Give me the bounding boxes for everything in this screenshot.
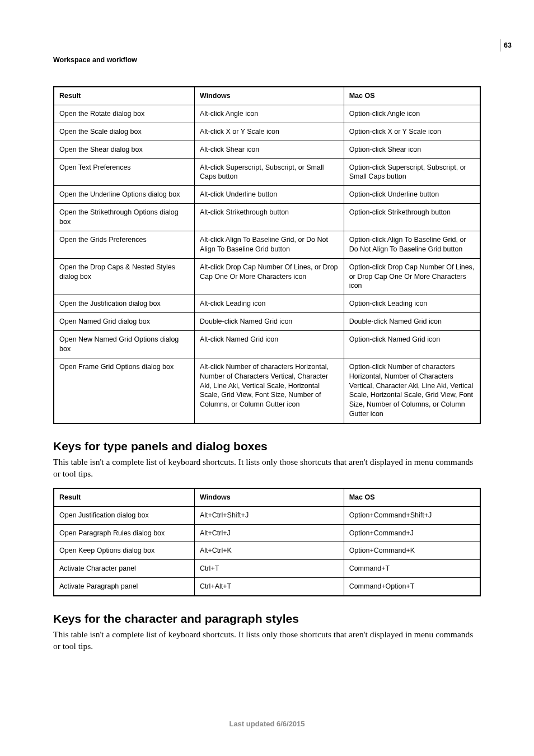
cell-windows: Alt-click Shear icon <box>194 141 344 158</box>
cell-macos: Option+Command+J <box>344 524 480 542</box>
table-row: Open Keep Options dialog box Alt+Ctrl+K … <box>54 542 480 560</box>
document-page: 63 Workspace and workflow Result Windows… <box>0 0 534 756</box>
cell-macos: Option-click Leading icon <box>344 295 480 313</box>
table-row: Open the Underline Options dialog box Al… <box>54 186 480 204</box>
heading-type-panels: Keys for type panels and dialog boxes <box>53 440 481 453</box>
page-number: 63 <box>504 41 512 49</box>
cell-macos: Option-click Strikethrough button <box>344 204 480 231</box>
cell-result: Open the Justification dialog box <box>54 295 194 313</box>
cell-windows: Alt-click Angle icon <box>194 105 344 123</box>
cell-windows: Alt+Ctrl+J <box>194 524 344 542</box>
cell-macos: Option-click Align To Baseline Grid, or … <box>344 231 480 258</box>
cell-macos: Option+Command+K <box>344 542 480 560</box>
table-row: Open the Grids Preferences Alt-click Ali… <box>54 231 480 258</box>
col-header-macos: Mac OS <box>344 87 480 105</box>
cell-result: Open Named Grid dialog box <box>54 313 194 331</box>
cell-windows: Alt-click Underline button <box>194 186 344 204</box>
cell-macos: Option-click Number of characters Horizo… <box>344 358 480 423</box>
cell-windows: Ctrl+Alt+T <box>194 578 344 596</box>
cell-result: Open Paragraph Rules dialog box <box>54 524 194 542</box>
cell-result: Open Frame Grid Options dialog box <box>54 358 194 423</box>
table-row: Open New Named Grid Options dialog box A… <box>54 331 480 358</box>
table-row: Open the Strikethrough Options dialog bo… <box>54 204 480 231</box>
cell-windows: Alt-click X or Y Scale icon <box>194 123 344 141</box>
cell-result: Open Text Preferences <box>54 158 194 186</box>
col-header-result: Result <box>54 87 194 105</box>
cell-windows: Alt-click Strikethrough button <box>194 204 344 231</box>
cell-windows: Ctrl+T <box>194 560 344 578</box>
table-row: Activate Paragraph panel Ctrl+Alt+T Comm… <box>54 578 480 596</box>
table-row: Open Paragraph Rules dialog box Alt+Ctrl… <box>54 524 480 542</box>
cell-result: Activate Paragraph panel <box>54 578 194 596</box>
table-header-row: Result Windows Mac OS <box>54 87 480 105</box>
table-row: Open Justification dialog box Alt+Ctrl+S… <box>54 506 480 524</box>
intro-char-para-styles: This table isn't a complete list of keyb… <box>53 629 481 652</box>
page-number-wrap: 63 <box>500 39 512 52</box>
col-header-macos: Mac OS <box>344 488 480 506</box>
cell-macos: Option-click Underline button <box>344 186 480 204</box>
page-number-tick <box>500 39 500 52</box>
table-row: Open the Rotate dialog box Alt-click Ang… <box>54 105 480 123</box>
cell-macos: Option-click Drop Cap Number Of Lines, o… <box>344 258 480 295</box>
cell-windows: Alt+Ctrl+Shift+J <box>194 506 344 524</box>
cell-result: Open Justification dialog box <box>54 506 194 524</box>
table-row: Open the Justification dialog box Alt-cl… <box>54 295 480 313</box>
shortcuts-table-2: Result Windows Mac OS Open Justification… <box>53 488 481 596</box>
cell-result: Open Keep Options dialog box <box>54 542 194 560</box>
cell-windows: Alt-click Align To Baseline Grid, or Do … <box>194 231 344 258</box>
cell-result: Open the Drop Caps & Nested Styles dialo… <box>54 258 194 295</box>
table-row: Open the Shear dialog box Alt-click Shea… <box>54 141 480 158</box>
table-row: Open the Drop Caps & Nested Styles dialo… <box>54 258 480 295</box>
col-header-windows: Windows <box>194 488 344 506</box>
heading-char-para-styles: Keys for the character and paragraph sty… <box>53 612 481 626</box>
cell-windows: Alt-click Drop Cap Number Of Lines, or D… <box>194 258 344 295</box>
table-row: Open the Scale dialog box Alt-click X or… <box>54 123 480 141</box>
shortcuts-table-1: Result Windows Mac OS Open the Rotate di… <box>53 86 481 424</box>
cell-macos: Option-click Named Grid icon <box>344 331 480 358</box>
cell-windows: Alt-click Named Grid icon <box>194 331 344 358</box>
cell-macos: Option-click Superscript, Subscript, or … <box>344 158 480 186</box>
cell-result: Open the Rotate dialog box <box>54 105 194 123</box>
cell-macos: Option+Command+Shift+J <box>344 506 480 524</box>
cell-result: Open the Strikethrough Options dialog bo… <box>54 204 194 231</box>
footer-last-updated: Last updated 6/6/2015 <box>0 720 534 728</box>
cell-result: Open the Shear dialog box <box>54 141 194 158</box>
table-row: Open Named Grid dialog box Double-click … <box>54 313 480 331</box>
cell-macos: Command+T <box>344 560 480 578</box>
col-header-windows: Windows <box>194 87 344 105</box>
cell-macos: Double-click Named Grid icon <box>344 313 480 331</box>
table-row: Activate Character panel Ctrl+T Command+… <box>54 560 480 578</box>
cell-result: Open the Scale dialog box <box>54 123 194 141</box>
col-header-result: Result <box>54 488 194 506</box>
table-header-row: Result Windows Mac OS <box>54 488 480 506</box>
cell-macos: Option-click X or Y Scale icon <box>344 123 480 141</box>
cell-windows: Alt-click Leading icon <box>194 295 344 313</box>
cell-macos: Option-click Angle icon <box>344 105 480 123</box>
cell-windows: Alt-click Number of characters Horizonta… <box>194 358 344 423</box>
intro-type-panels: This table isn't a complete list of keyb… <box>53 456 481 480</box>
cell-macos: Command+Option+T <box>344 578 480 596</box>
cell-windows: Alt-click Superscript, Subscript, or Sma… <box>194 158 344 186</box>
table-row: Open Frame Grid Options dialog box Alt-c… <box>54 358 480 423</box>
section-title: Workspace and workflow <box>53 56 481 64</box>
cell-result: Activate Character panel <box>54 560 194 578</box>
cell-result: Open the Underline Options dialog box <box>54 186 194 204</box>
cell-result: Open the Grids Preferences <box>54 231 194 258</box>
cell-windows: Double-click Named Grid icon <box>194 313 344 331</box>
cell-result: Open New Named Grid Options dialog box <box>54 331 194 358</box>
cell-macos: Option-click Shear icon <box>344 141 480 158</box>
cell-windows: Alt+Ctrl+K <box>194 542 344 560</box>
